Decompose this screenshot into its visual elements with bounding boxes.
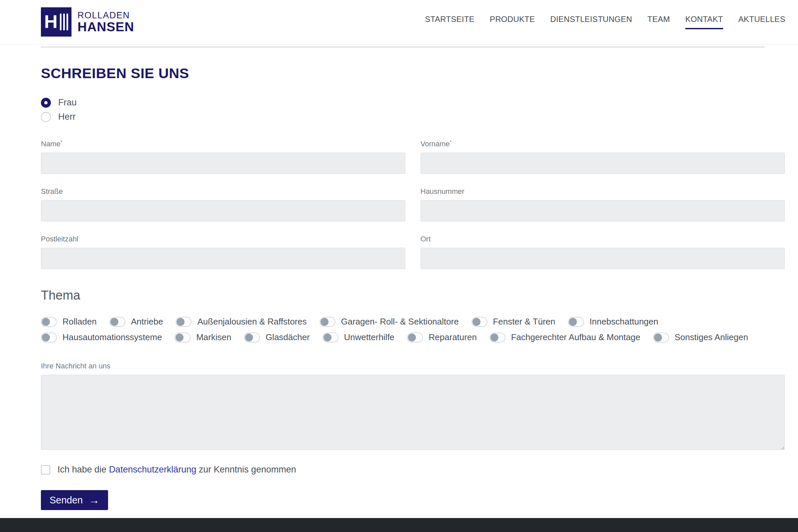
nav-item-dienstleistungen[interactable]: DIENSTLEISTUNGEN (550, 15, 632, 29)
toggle-hausautomationssysteme[interactable]: Hausautomationssysteme (41, 332, 162, 342)
toggle-label: Hausautomationssysteme (62, 332, 162, 342)
toggle-sonstiges-anliegen[interactable]: Sonstiges Anliegen (653, 332, 748, 342)
toggle-switch-fenster-türen[interactable] (472, 317, 488, 327)
brand-name-line2: HANSEN (77, 20, 134, 33)
toggle-knob-icon (245, 334, 253, 341)
toggle-innebschattungen[interactable]: Innebschattungen (568, 317, 658, 327)
brand-name-line1: ROLLADEN (77, 11, 134, 21)
address-fields-grid: Name* Vorname* Straße Hausnummer Postlei… (41, 139, 785, 269)
toggle-label: Antriebe (131, 317, 163, 327)
privacy-text-after: zur Kenntnis genommen (196, 464, 296, 474)
vorname-label: Vorname* (421, 139, 785, 148)
toggle-label: Markisen (196, 332, 231, 342)
toggle-switch-antriebe[interactable] (109, 317, 125, 327)
radio-label: Frau (58, 97, 77, 108)
message-label: Ihre Nachricht an uns (41, 362, 785, 370)
send-button-label: Senden (50, 495, 83, 506)
toggle-switch-reparaturen[interactable] (407, 332, 423, 342)
toggle-glasdächer[interactable]: Glasdächer (244, 332, 310, 342)
privacy-link[interactable]: Datenschutzerklärung (109, 464, 196, 474)
logo-h-letter: H (44, 12, 58, 31)
logo-mark-icon: H (41, 7, 72, 37)
toggle-switch-markisen[interactable] (174, 332, 191, 342)
topic-toggles: Rolladen Antriebe Außenjalousien & Raffs… (41, 317, 785, 342)
toggle-label: Glasdächer (266, 332, 310, 342)
toggle-markisen[interactable]: Markisen (174, 332, 231, 342)
toggle-unwetterhilfe[interactable]: Unwetterhilfe (323, 332, 395, 342)
toggle-knob-icon (473, 318, 480, 326)
toggle-label: Reparaturen (429, 332, 477, 342)
toggle-label: Außenjalousien & Raffstores (197, 317, 307, 327)
toggle-switch-fachgerechter-aufbau-montage[interactable] (490, 332, 506, 342)
footer-bar (0, 518, 798, 532)
toggle-knob-icon (321, 318, 328, 326)
toggle-rolladen[interactable]: Rolladen (41, 317, 97, 327)
logo-slats-icon (60, 14, 68, 30)
ort-input[interactable] (421, 248, 785, 269)
toggle-switch-glasdächer[interactable] (244, 332, 260, 342)
postleitzahl-input[interactable] (41, 248, 405, 269)
message-textarea[interactable] (41, 375, 785, 450)
toggle-switch-hausautomationssysteme[interactable] (41, 332, 57, 342)
nav-item-startseite[interactable]: STARTSEITE (425, 15, 474, 29)
hausnummer-label: Hausnummer (421, 187, 785, 196)
name-label: Name* (41, 139, 405, 148)
toggle-garagen-roll-sektionaltore[interactable]: Garagen- Roll- & Sektionaltore (320, 317, 459, 327)
main-nav: STARTSEITEPRODUKTEDIENSTLEISTUNGENTEAMKO… (425, 15, 785, 29)
radio-option-herr[interactable]: Herr (41, 112, 785, 122)
vorname-field: Vorname* (421, 139, 785, 174)
toggle-antriebe[interactable]: Antriebe (109, 317, 163, 327)
toggle-label: Rolladen (62, 317, 97, 327)
toggle-switch-innebschattungen[interactable] (568, 317, 584, 327)
hausnummer-field: Hausnummer (421, 187, 785, 222)
name-input[interactable] (41, 153, 405, 174)
toggle-knob-icon (491, 334, 498, 341)
brand-logo[interactable]: H ROLLADEN HANSEN (41, 7, 134, 37)
nav-item-aktuelles[interactable]: AKTUELLES (739, 15, 785, 29)
radio-input-frau[interactable] (41, 98, 51, 108)
hausnummer-input[interactable] (421, 200, 785, 222)
salutation-group: Frau Herr (41, 97, 785, 122)
radio-input-herr[interactable] (41, 112, 51, 122)
header: H ROLLADEN HANSEN STARTSEITEPRODUKTEDIEN… (0, 0, 798, 44)
toggle-label: Sonstiges Anliegen (674, 332, 748, 342)
toggle-reparaturen[interactable]: Reparaturen (407, 332, 477, 342)
send-button[interactable]: Senden → (41, 490, 108, 510)
toggle-label: Fenster & Türen (493, 317, 555, 327)
nav-item-team[interactable]: TEAM (647, 15, 670, 29)
toggle-switch-unwetterhilfe[interactable] (323, 332, 339, 342)
toggle-switch-garagen-roll-sektionaltore[interactable] (320, 317, 336, 327)
strasse-label: Straße (41, 187, 405, 196)
toggle-label: Innebschattungen (590, 317, 658, 327)
postleitzahl-label: Postleitzahl (41, 235, 405, 243)
postleitzahl-field: Postleitzahl (41, 235, 405, 269)
toggle-knob-icon (654, 334, 662, 341)
brand-text: ROLLADEN HANSEN (77, 11, 134, 34)
toggle-knob-icon (175, 334, 184, 341)
name-field: Name* (41, 139, 405, 174)
nav-item-kontakt[interactable]: KONTAKT (685, 15, 723, 29)
toggle-knob-icon (42, 318, 50, 326)
toggle-switch-rolladen[interactable] (41, 317, 57, 327)
toggle-fenster-türen[interactable]: Fenster & Türen (472, 317, 555, 327)
toggle-knob-icon (408, 334, 416, 341)
vorname-input[interactable] (421, 153, 785, 174)
privacy-checkbox[interactable] (41, 465, 50, 474)
strasse-field: Straße (41, 187, 405, 222)
arrow-right-icon: → (89, 495, 99, 506)
radio-option-frau[interactable]: Frau (41, 97, 785, 108)
toggle-außenjalousien-raffstores[interactable]: Außenjalousien & Raffstores (175, 317, 307, 327)
toggle-knob-icon (110, 318, 118, 326)
contact-form-section: SCHREIBEN SIE UNS Frau Herr Name* Vornam… (0, 48, 798, 510)
toggle-label: Garagen- Roll- & Sektionaltore (341, 317, 459, 327)
strasse-input[interactable] (41, 200, 405, 222)
toggle-fachgerechter-aufbau-montage[interactable]: Fachgerechter Aufbau & Montage (490, 332, 640, 342)
privacy-text-before: Ich habe die (58, 464, 109, 474)
toggle-switch-sonstiges-anliegen[interactable] (653, 332, 669, 342)
toggle-switch-außenjalousien-raffstores[interactable] (175, 317, 191, 327)
nav-item-produkte[interactable]: PRODUKTE (490, 15, 535, 29)
ort-label: Ort (421, 235, 785, 243)
ort-field: Ort (421, 235, 785, 269)
topic-heading: Thema (41, 288, 785, 303)
toggle-label: Unwetterhilfe (344, 332, 395, 342)
